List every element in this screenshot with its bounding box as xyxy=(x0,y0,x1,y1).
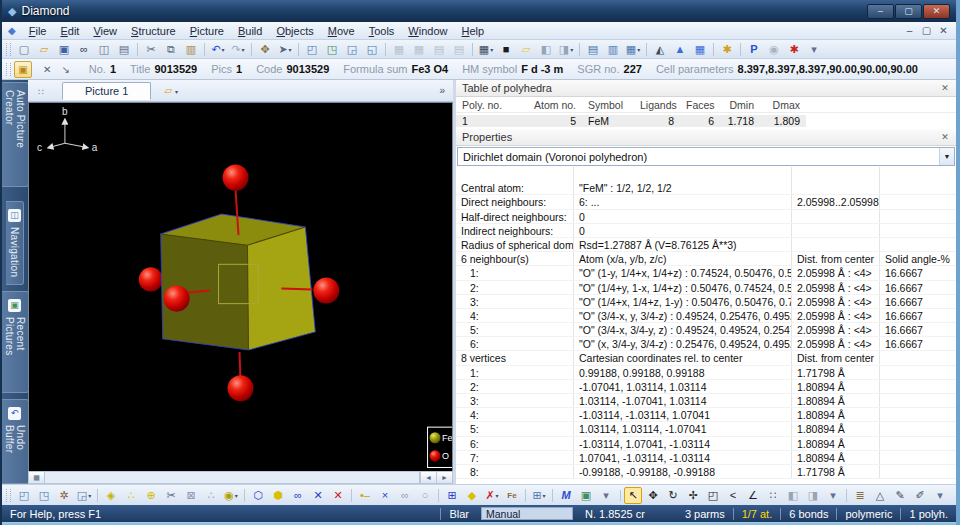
cluster-icon[interactable]: ∴ xyxy=(202,487,220,504)
close-structure-icon[interactable]: ✕ xyxy=(38,64,56,75)
open-ring-icon[interactable]: ∞ xyxy=(396,487,414,504)
menu-item[interactable]: Picture xyxy=(183,23,231,39)
property-row[interactable]: 4: "O" (3/4-x, y, 3/4-z) : 0.49524, 0.25… xyxy=(456,309,956,323)
column-header[interactable]: Faces xyxy=(680,99,720,111)
structure-viewport[interactable]: b a c xyxy=(28,102,453,471)
menu-item[interactable]: File xyxy=(22,23,54,39)
step-forward-icon[interactable]: ◨ xyxy=(804,487,822,504)
undo-icon[interactable]: ↶▾ xyxy=(209,41,227,58)
angle-calc-icon[interactable]: △ xyxy=(871,487,889,504)
property-row[interactable]: 6: "O" (x, 3/4-y, 3/4-z) : 0.25476, 0.49… xyxy=(456,337,956,351)
red-tools-icon[interactable]: ✱ xyxy=(785,41,803,58)
property-row[interactable]: 5: 1.03114, 1.03114, -1.07041 1.80894 Å xyxy=(456,422,956,436)
polyhedra-table-row[interactable]: 1 5 FeM 8 6 1.718 1.809 xyxy=(456,113,956,128)
bond-line-icon[interactable]: •– xyxy=(356,487,374,504)
new-picture-icon[interactable]: ▱ xyxy=(517,41,535,58)
chart-table-icon[interactable]: ▦ xyxy=(691,41,709,58)
bond-x-icon[interactable]: × xyxy=(376,487,394,504)
close-button[interactable]: ✕ xyxy=(923,4,950,19)
toolbar-overflow-icon[interactable]: ▾ xyxy=(931,487,949,504)
lattice-x-blue-icon[interactable]: ✕ xyxy=(309,487,327,504)
picture-window-icon[interactable]: ◱ xyxy=(363,41,381,58)
hexagon-blue-icon[interactable]: ⬡ xyxy=(249,487,267,504)
fe-bond-icon[interactable]: Fe xyxy=(503,487,521,504)
column-header[interactable]: Poly. no. xyxy=(456,99,526,111)
angle-view-icon[interactable]: ∠ xyxy=(744,487,762,504)
data-list-icon[interactable]: ▥ xyxy=(604,41,622,58)
column-header[interactable]: Ligands xyxy=(634,99,680,111)
structure-window-icon[interactable]: ◰ xyxy=(303,41,321,58)
wizard-icon[interactable]: ✱ xyxy=(718,41,736,58)
cut-bond-icon[interactable]: ✂ xyxy=(162,487,180,504)
spin-mode-icon[interactable]: ∷ xyxy=(764,487,782,504)
table-window-icon[interactable]: ▦ xyxy=(410,41,428,58)
property-row[interactable]: Direct neighbours: 6: ... 2.05998..2.059… xyxy=(456,195,956,209)
property-row[interactable]: 4: -1.03114, -1.03114, 1.07041 1.80894 Å xyxy=(456,408,956,422)
scroll-right-icon[interactable]: ► xyxy=(436,472,452,483)
toolbar-overflow-icon[interactable]: ▾ xyxy=(597,487,615,504)
print-icon[interactable]: ▤ xyxy=(115,41,133,58)
view-along-icon[interactable]: < xyxy=(724,487,742,504)
ring-icon[interactable]: ○ xyxy=(416,487,434,504)
send-copy-icon[interactable]: ◨▾ xyxy=(557,41,575,58)
polyhedra-column-headers[interactable]: Poly. no. Atom no. Symbol Ligands Faces … xyxy=(456,97,956,113)
chevron-down-icon[interactable]: ▼ xyxy=(939,148,954,165)
filter-window-icon[interactable]: ◲▾ xyxy=(75,487,93,504)
shift-mode-icon[interactable]: ✢ xyxy=(684,487,702,504)
scroll-left-icon[interactable]: ◄ xyxy=(420,472,436,483)
hexagon-yellow-icon[interactable]: ⬢ xyxy=(269,487,287,504)
menu-item[interactable]: View xyxy=(86,23,124,39)
toolbar-grip[interactable] xyxy=(6,43,11,56)
video-window-icon[interactable]: ◳ xyxy=(35,487,53,504)
sidebar-tab-undo-buffer[interactable]: ↶ Undo Buffer xyxy=(2,399,29,484)
column-header[interactable]: Symbol xyxy=(582,99,634,111)
mdi-restore-icon[interactable]: ▢ xyxy=(918,25,935,36)
unit-cell-icon[interactable]: ⊞ xyxy=(443,487,461,504)
table-view-icon[interactable]: ▦▾ xyxy=(624,41,642,58)
property-type-select[interactable]: Dirichlet domain (Voronoi polyhedron) ▼ xyxy=(457,147,955,166)
property-row[interactable]: 8: -0.99188, -0.99188, -0.99188 1.71798 … xyxy=(456,465,956,479)
move-mode-icon[interactable]: ✥ xyxy=(644,487,662,504)
rotate-window-icon[interactable]: ◲ xyxy=(343,41,361,58)
property-row[interactable]: 5: "O" (3/4-x, 3/4-y, z) : 0.49524, 0.49… xyxy=(456,323,956,337)
select-tool-icon[interactable]: ↖ xyxy=(624,487,642,504)
pan-icon[interactable]: ✥ xyxy=(256,41,274,58)
property-row[interactable]: 6: -1.03114, 1.07041, -1.03114 1.80894 Å xyxy=(456,437,956,451)
zoom-mode-icon[interactable]: ◰ xyxy=(704,487,722,504)
distance-chart-icon[interactable]: ◭ xyxy=(651,41,669,58)
menu-item[interactable]: Help xyxy=(455,23,492,39)
menu-item[interactable]: Window xyxy=(401,23,454,39)
property-row[interactable]: 7: 1.07041, -1.03114, -1.03114 1.80894 Å xyxy=(456,451,956,465)
gem-icon[interactable]: ◆ xyxy=(463,487,481,504)
filled-sphere-icon[interactable]: ◉▾ xyxy=(222,487,240,504)
close-polyhedra-panel-icon[interactable]: ✕ xyxy=(937,82,953,94)
picture-view-icon[interactable]: ■ xyxy=(497,41,515,58)
property-row[interactable]: 2: "O" (1/4+y, 1-x, 1/4+z) : 0.50476, 0.… xyxy=(456,281,956,295)
maximize-button[interactable]: ▢ xyxy=(895,4,922,19)
new-file-icon[interactable]: ▢ xyxy=(15,41,33,58)
minimize-button[interactable]: – xyxy=(867,4,894,19)
auto-picture-window-icon[interactable]: ◰ xyxy=(15,487,33,504)
polyhedra-tool-icon[interactable]: ◈ xyxy=(102,487,120,504)
distances-icon[interactable]: ≣ xyxy=(851,487,869,504)
cut-icon[interactable]: ✂ xyxy=(142,41,160,58)
title-bar[interactable]: ◆ Diamond – ▢ ✕ xyxy=(2,0,956,22)
add-atom-icon[interactable]: ⊕ xyxy=(142,487,160,504)
paste-icon[interactable]: ▥ xyxy=(182,41,200,58)
camera-icon[interactable]: ◉ xyxy=(765,41,783,58)
property-row[interactable]: Radius of spherical domain: Rsd=1.27887 … xyxy=(456,238,956,252)
menu-item[interactable]: Edit xyxy=(53,23,86,39)
step-back-icon[interactable]: ◧ xyxy=(784,487,802,504)
lattice-x-red-icon[interactable]: ✕ xyxy=(329,487,347,504)
draw-pen-icon[interactable]: ✎ xyxy=(891,487,909,504)
menu-item[interactable]: Move xyxy=(321,23,362,39)
property-row[interactable]: 8 vertices Cartesian coordinates rel. to… xyxy=(456,351,956,365)
form-view-icon[interactable]: ▤ xyxy=(584,41,602,58)
html-window-icon[interactable]: ◳ xyxy=(323,41,341,58)
toolbar-grip[interactable] xyxy=(6,63,11,76)
goto-structure-icon[interactable]: ↘ xyxy=(56,64,74,75)
property-row[interactable]: 1: "O" (1-y, 1/4+x, 1/4+z) : 0.74524, 0.… xyxy=(456,266,956,280)
property-row[interactable]: 1: 0.99188, 0.99188, 0.99188 1.71798 Å xyxy=(456,366,956,380)
tile-button-icon[interactable]: ▦ xyxy=(29,472,45,483)
build-wand-icon[interactable]: ✲ xyxy=(55,487,73,504)
